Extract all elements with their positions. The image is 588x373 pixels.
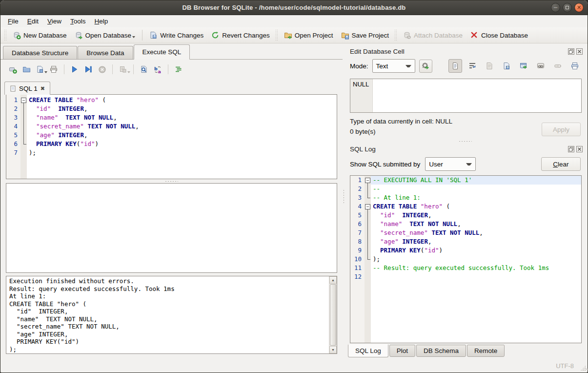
scroll-down-icon[interactable]: ▼ <box>329 346 337 353</box>
cell-editor-gutter: NULL <box>350 79 373 112</box>
float-dock-icon[interactable] <box>568 48 574 55</box>
sql-1-tab[interactable]: SQL 1 ✖ <box>4 82 50 95</box>
menu-edit[interactable]: Edit <box>23 17 43 26</box>
tab-db-schema[interactable]: DB Schema <box>416 345 466 357</box>
close-dock-icon[interactable] <box>576 48 583 55</box>
execute-line-button[interactable] <box>82 63 95 76</box>
sql-log-title: SQL Log <box>350 145 376 153</box>
tab-browse-data[interactable]: Browse Data <box>78 46 133 59</box>
chevron-down-icon <box>406 65 411 69</box>
toolbar-handle[interactable] <box>275 30 279 41</box>
revert-changes-icon <box>211 31 220 40</box>
scrollbar-thumb[interactable] <box>330 284 336 346</box>
open-sql-file-button[interactable] <box>20 63 33 76</box>
save-sql-file-button[interactable] <box>34 63 46 76</box>
minimize-icon[interactable]: ─ <box>551 3 560 12</box>
scroll-up-icon[interactable]: ▲ <box>329 276 337 284</box>
open-sql-file-icon <box>22 65 31 74</box>
sql-code-editor[interactable]: 1CREATE TABLE "hero" (2 "id" INTEGER,3 "… <box>6 94 337 179</box>
print-cell-button[interactable] <box>568 59 582 73</box>
dock-splitter-handle[interactable] <box>347 139 584 143</box>
save-results-button <box>117 63 129 76</box>
toolbar-handle[interactable] <box>4 30 7 41</box>
tab-sql-log[interactable]: SQL Log <box>348 344 388 357</box>
cell-editor-icons <box>448 59 584 73</box>
revert-changes-button[interactable]: Revert Changes <box>207 29 274 41</box>
word-wrap-button[interactable] <box>466 59 479 73</box>
mode-label: Mode: <box>350 62 368 70</box>
menu-tools[interactable]: Tools <box>66 17 90 26</box>
menu-help[interactable]: Help <box>90 17 113 26</box>
cell-mode-row: Mode: Text <box>347 57 584 75</box>
titlebar[interactable]: DB Browser for SQLite - /home/user/code/… <box>0 0 588 15</box>
vertical-scrollbar[interactable]: ▲ ▼ <box>329 276 337 353</box>
import-file-button <box>483 59 496 73</box>
toolbar-handle[interactable] <box>394 30 398 41</box>
mode-select[interactable]: Text <box>372 59 415 73</box>
tab-remote[interactable]: Remote <box>467 345 505 357</box>
submitted-by-select[interactable]: User <box>425 157 476 171</box>
find-icon <box>140 65 148 73</box>
filter-label: Show SQL submitted by <box>350 161 420 168</box>
write-changes-label: Write Changes <box>160 32 203 39</box>
close-database-icon <box>470 31 479 40</box>
close-database-label: Close Database <box>481 32 528 39</box>
open-project-button[interactable]: Open Project <box>280 29 337 41</box>
find-button[interactable] <box>138 63 150 76</box>
vertical-splitter[interactable] <box>343 43 345 359</box>
cell-info-row: Type of data currently in cell: NULL 0 b… <box>347 113 584 139</box>
open-project-icon <box>284 31 292 40</box>
open-database-icon <box>75 31 83 40</box>
link-button[interactable] <box>534 59 547 73</box>
execute-all-button[interactable] <box>68 63 81 76</box>
new-database-button[interactable]: New Database <box>9 29 71 41</box>
sql-log-editor[interactable]: 1-- EXECUTING ALL IN 'SQL 1'2--3-- At li… <box>350 175 582 343</box>
save-project-icon <box>341 31 349 40</box>
svg-text:a: a <box>158 68 161 74</box>
execute-sql-page: ba SQL 1 ✖ 1CREATE TABLE "hero" (2 "id" … <box>0 60 343 359</box>
open-external-button[interactable] <box>517 59 530 73</box>
main-tab-bar: Database Structure Browse Data Execute S… <box>0 43 343 60</box>
text-mode-button[interactable] <box>448 59 462 73</box>
tab-plot[interactable]: Plot <box>389 345 415 357</box>
bottom-tab-bar: SQL Log Plot DB Schema Remote <box>347 343 584 359</box>
print-button[interactable] <box>47 63 60 76</box>
menu-file[interactable]: File <box>3 17 23 26</box>
open-database-button[interactable]: Open Database <box>71 29 140 41</box>
maximize-icon[interactable] <box>563 3 572 12</box>
close-tab-icon[interactable]: ✖ <box>41 85 45 92</box>
splitter-handle[interactable] <box>0 179 343 183</box>
apply-cell-button[interactable] <box>419 60 432 73</box>
print-cell-icon <box>571 62 579 70</box>
window-title: DB Browser for SQLite - /home/user/code/… <box>0 4 588 11</box>
resize-grip-icon[interactable] <box>580 365 586 371</box>
chevron-down-icon[interactable] <box>132 36 135 40</box>
close-icon[interactable]: ✕ <box>574 3 584 12</box>
menu-view[interactable]: View <box>43 17 66 26</box>
tab-execute-sql[interactable]: Execute SQL <box>134 44 190 60</box>
float-dock-icon[interactable] <box>568 145 574 152</box>
export-file-button[interactable] <box>500 59 513 73</box>
write-changes-button[interactable]: Write Changes <box>145 29 207 41</box>
clear-button[interactable]: Clear <box>541 157 581 171</box>
new-sql-tab-button[interactable] <box>6 63 19 76</box>
results-grid-pane[interactable] <box>6 183 337 273</box>
encoding-indicator[interactable]: UTF-8 <box>556 362 574 370</box>
attach-database-button: Attach Database <box>399 29 466 41</box>
save-project-label: Save Project <box>352 32 389 39</box>
cell-editor-content[interactable] <box>373 79 581 112</box>
filter-value: User <box>429 161 443 168</box>
apply-cell-icon <box>421 62 430 70</box>
results-text[interactable]: Execution finished without errors. Resul… <box>6 276 337 353</box>
open-database-label: Open Database <box>85 32 132 39</box>
save-project-button[interactable]: Save Project <box>337 29 393 41</box>
replace-button[interactable]: ba <box>151 63 164 76</box>
tab-database-structure[interactable]: Database Structure <box>3 46 77 59</box>
cell-editor-box[interactable]: NULL <box>350 79 582 113</box>
close-database-button[interactable]: Close Database <box>466 29 532 41</box>
app-window: DB Browser for SQLite - /home/user/code/… <box>0 0 588 373</box>
format-button[interactable] <box>172 63 185 76</box>
close-dock-icon[interactable] <box>576 145 583 152</box>
format-icon <box>175 65 182 73</box>
left-pane: Database Structure Browse Data Execute S… <box>0 43 343 359</box>
